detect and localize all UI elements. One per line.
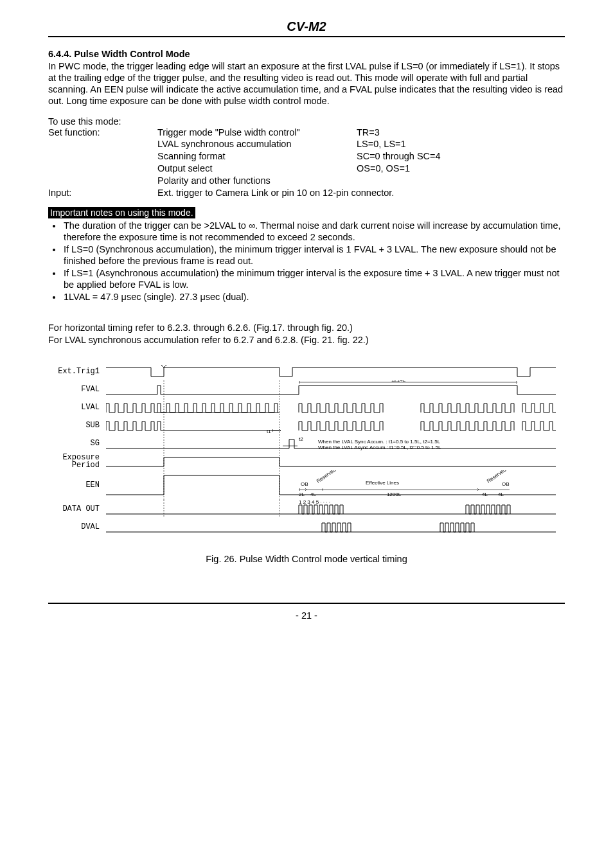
row-a: LVAL synchronous accumulation	[157, 138, 357, 150]
svg-text:1 2 3 4 5 · · · ·: 1 2 3 4 5 · · · ·	[299, 500, 330, 505]
section-title: 6.4.4. Pulse Width Control Mode	[48, 49, 565, 59]
references: For horizontal timing refer to 6.2.3. th…	[48, 322, 565, 346]
list-item: 1LVAL = 47.9 μsec (single). 27.3 μsec (d…	[62, 291, 565, 303]
svg-text:t2: t2	[299, 436, 303, 442]
list-item: If LS=1 (Asynchronous accumulation) the …	[62, 267, 565, 291]
svg-text:4L: 4L	[482, 492, 488, 497]
svg-text:Reserved: Reserved	[315, 470, 337, 484]
svg-text:1200L: 1200L	[387, 492, 402, 497]
function-table: Set function: Trigger mode "Pulse width …	[48, 127, 565, 199]
important-notes-badge: Important notes on using this mode.	[48, 207, 195, 218]
svg-text:Effective Lines: Effective Lines	[366, 480, 399, 486]
figure-caption: Fig. 26. Pulse Width Control mode vertic…	[48, 554, 565, 564]
svg-text:When the LVAL Sync Accum. : t1: When the LVAL Sync Accum. : t1=0.5 to 1.…	[318, 439, 441, 445]
row-b: SC=0 through SC=4	[357, 150, 498, 163]
signal-label-data-out: DATA OUT	[48, 500, 106, 518]
use-mode-label: To use this mode:	[48, 116, 565, 127]
signal-label-dval: DVAL	[48, 518, 106, 536]
row-b: OS=0, OS=1	[357, 163, 498, 175]
row-a: Scanning format	[157, 150, 357, 163]
row-b: LS=0, LS=1	[357, 138, 498, 150]
svg-text:OB: OB	[502, 481, 510, 487]
svg-text:t1: t1	[267, 429, 271, 434]
svg-text:1214L: 1214L	[391, 380, 406, 383]
notes-list: The duration of the trigger can be >2LVA…	[62, 220, 565, 303]
intro-paragraph: In PWC mode, the trigger leading edge wi…	[48, 60, 565, 107]
row-a: Polarity and other functions	[157, 175, 357, 187]
signal-label-exposure-period: Exposure Period	[48, 452, 106, 470]
doc-header: CV-M2	[48, 19, 565, 37]
svg-text:OB: OB	[301, 481, 308, 487]
list-item: The duration of the trigger can be >2LVA…	[62, 220, 565, 244]
input-text: Ext. trigger to Camera Link or pin 10 on…	[157, 187, 498, 199]
signal-label-fval: FVAL	[48, 380, 106, 398]
signal-label-een: EEN	[48, 476, 106, 494]
svg-text:2L: 2L	[299, 492, 305, 497]
row-a: Trigger mode "Pulse width control"	[157, 127, 357, 139]
set-function-label: Set function:	[48, 127, 157, 139]
signal-label-lval: LVAL	[48, 398, 106, 416]
timing-diagram: Ext.Trig1 FVAL 1214L LVAL	[48, 362, 565, 564]
row-b: TR=3	[357, 127, 498, 139]
list-item: If LS=0 (Synchronous accumulation), the …	[62, 244, 565, 267]
page-footer: - 21 -	[48, 603, 565, 621]
svg-text:4L: 4L	[310, 492, 316, 497]
signal-label-sub: SUB	[48, 416, 106, 434]
signal-label-sg: SG	[48, 434, 106, 452]
svg-text:4L: 4L	[498, 492, 504, 497]
input-label: Input:	[48, 187, 157, 199]
signal-label-ext-trig1: Ext.Trig1	[48, 362, 106, 380]
svg-text:When the LVAL Async Accum.: t1: When the LVAL Async Accum.: t1=0.5L, t2=…	[318, 445, 441, 450]
row-a: Output select	[157, 163, 357, 175]
